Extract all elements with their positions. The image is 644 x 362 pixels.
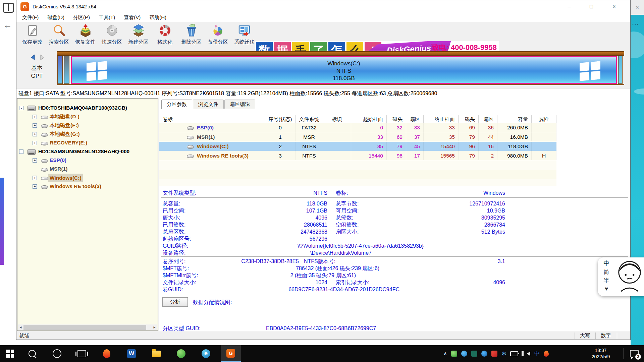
tree-item-windows-c[interactable]: + Windows(C:) xyxy=(17,174,158,182)
table-row-windows-selected[interactable]: Windows(C:) 2 NTFS 35 79 45 15440 96 16 … xyxy=(159,142,556,151)
delete-partition-button[interactable]: 删除分区 xyxy=(178,24,205,45)
menu-disk[interactable]: 磁盘(D) xyxy=(43,13,69,22)
analyze-button[interactable]: 分析 xyxy=(162,297,188,307)
scroll-left-arrow[interactable]: ◂ xyxy=(18,324,23,330)
tree-item-local-g[interactable]: + 本地磁盘(G:) xyxy=(17,130,158,139)
taskbar-app-diskgenius-active[interactable]: G xyxy=(221,345,241,362)
task-view-button[interactable] xyxy=(72,345,92,362)
partition-icon xyxy=(41,177,48,180)
tree-item-label-selected: Windows(C:) xyxy=(48,174,83,182)
search-button[interactable] xyxy=(22,345,42,362)
ime-indicator[interactable]: 中 xyxy=(534,350,540,357)
status-capslock: 大写 xyxy=(577,333,593,339)
tree-item-recovery-e[interactable]: + RECOVERY(E:) xyxy=(17,139,158,147)
more-options-dots[interactable]: ⋯ xyxy=(632,20,639,28)
speaker-icon[interactable] xyxy=(527,351,530,356)
tray-qq-icon[interactable] xyxy=(481,351,487,357)
expander-icon[interactable]: + xyxy=(33,176,37,180)
taskbar-app-explorer[interactable] xyxy=(146,345,166,362)
widget-simplified-button[interactable]: 简 xyxy=(602,268,611,276)
widget-halfwidth-button[interactable]: 半 xyxy=(602,277,611,285)
detail-value: EBD0A0A2-B9E5-4433-87C0-68B6B72699C7 xyxy=(266,325,376,331)
next-disk-arrow[interactable] xyxy=(39,56,46,62)
expander-icon[interactable]: + xyxy=(33,141,37,145)
msr-partition-bar[interactable] xyxy=(64,56,69,84)
back-arrow-icon[interactable]: ← xyxy=(3,20,12,31)
background-window-close[interactable]: × xyxy=(631,0,644,15)
tree-item-local-f[interactable]: + 本地磁盘(F:) xyxy=(17,121,158,130)
taskbar-app-flame[interactable] xyxy=(97,345,117,362)
tray-snowflake-icon[interactable]: ❄ xyxy=(501,350,506,357)
search-partition-button[interactable]: 搜索分区 xyxy=(46,24,72,45)
expander-icon[interactable]: + xyxy=(33,184,37,189)
expander-icon[interactable]: + xyxy=(33,115,37,119)
tab-browse-files[interactable]: 浏览文件 xyxy=(193,100,224,109)
tree-item-hd1[interactable]: - HD1:SAMSUNGMZNLN128HAHQ-000 xyxy=(17,147,158,156)
scroll-right-arrow[interactable]: ▸ xyxy=(152,324,157,330)
tray-expand-chevron[interactable]: ∧ xyxy=(443,351,447,357)
widget-heart-button[interactable]: ♥ xyxy=(602,286,611,294)
cortana-button[interactable] xyxy=(47,345,67,362)
taskbar-app-word[interactable]: W xyxy=(121,345,142,362)
table-row-msr[interactable]: MSR(1) 1 MSR 33 69 37 35 79 44 16.0MB xyxy=(159,132,556,142)
start-button[interactable] xyxy=(0,345,20,362)
tree-item-esp[interactable]: + ESP(0) xyxy=(17,156,158,165)
notification-badge: 2 xyxy=(635,354,641,360)
recover-files-button[interactable]: 恢复文件 xyxy=(72,24,99,45)
table-row-esp[interactable]: ESP(0) 0 FAT32 0 32 33 33 69 36 260.0MB xyxy=(159,123,556,132)
partition-detail-panel: 分区参数 浏览文件 扇区编辑 卷标 序号(状态) 文件系统 标识 起始柱面 磁头… xyxy=(159,98,631,331)
expander-icon[interactable]: + xyxy=(33,132,37,136)
tab-partition-params[interactable]: 分区参数 xyxy=(161,100,192,109)
taskbar-app-browser[interactable] xyxy=(171,345,191,362)
close-button[interactable]: × xyxy=(604,0,624,13)
tree-item-hd0[interactable]: - HD0:TOSHIBAMQ04ABF100(932GB) xyxy=(17,104,158,113)
action-center-button[interactable]: 2 xyxy=(630,350,639,357)
tab-sector-edit[interactable]: 扇区编辑 xyxy=(224,100,255,109)
tree-horizontal-scrollbar[interactable]: ◂ ▸ xyxy=(18,324,157,330)
tray-teal-icon[interactable] xyxy=(471,351,477,357)
taskbar-app-edge[interactable]: e xyxy=(196,345,216,362)
tray-red-icon[interactable] xyxy=(491,351,497,357)
desktop-wallpaper-strip xyxy=(0,178,4,265)
windows-partition-bar[interactable]: Windows(C:) NTFS 118.0GB xyxy=(71,56,617,84)
tray-green-icon[interactable] xyxy=(451,351,457,357)
menu-help[interactable]: 帮助(H) xyxy=(145,13,171,22)
save-changes-button[interactable]: 保存更改 xyxy=(19,24,46,45)
menu-tools[interactable]: 工具(T) xyxy=(94,13,119,22)
quick-partition-button[interactable]: 快速分区 xyxy=(99,24,125,45)
backup-partition-button[interactable]: 备份分区 xyxy=(205,24,231,45)
new-partition-button[interactable]: 新建分区 xyxy=(125,24,152,45)
expander-icon[interactable]: - xyxy=(19,149,23,154)
widget-chinese-button[interactable]: 中 xyxy=(602,259,611,267)
menu-view[interactable]: 查看(V) xyxy=(119,13,145,22)
diskgenius-app-icon: G xyxy=(20,2,29,11)
cell-volume: Windows(C:) xyxy=(159,142,265,151)
tree-item-local-d[interactable]: + 本地磁盘(D:) xyxy=(17,113,158,121)
expander-icon[interactable]: + xyxy=(33,123,37,128)
tree-item-label: HD1:SAMSUNGMZNLN128HAHQ-000 xyxy=(38,147,129,156)
tray-sogou-icon[interactable] xyxy=(544,351,549,357)
esp-partition-bar[interactable] xyxy=(57,56,63,84)
expander-icon[interactable]: - xyxy=(19,106,23,110)
format-button[interactable]: 格式化 xyxy=(152,24,178,45)
tree-item-msr[interactable]: MSR(1) xyxy=(17,165,158,174)
partition-icon xyxy=(41,159,48,163)
maximize-button[interactable]: □ xyxy=(581,0,601,13)
menu-partition[interactable]: 分区(P) xyxy=(69,13,94,22)
prev-disk-arrow[interactable] xyxy=(30,56,37,62)
detail-label: 索引记录大小: xyxy=(336,279,369,286)
re-partition-bar[interactable] xyxy=(618,56,623,84)
word-icon: W xyxy=(127,349,136,358)
tray-blue-icon[interactable] xyxy=(461,351,467,357)
scrollbar-thumb[interactable] xyxy=(23,325,146,330)
system-migrate-button[interactable]: 系统迁移 xyxy=(231,24,258,45)
table-row-windows-re[interactable]: Windows RE tools(3) 3 NTFS 15440 96 17 1… xyxy=(159,151,556,161)
menu-file[interactable]: 文件(F) xyxy=(18,13,43,22)
taskbar: W e G ∧ ❄ 中 18:37 2022/5/9 xyxy=(0,345,644,362)
tree-item-windows-re[interactable]: + Windows RE tools(3) xyxy=(17,182,158,191)
battery-icon[interactable] xyxy=(510,351,518,356)
minimize-button[interactable]: – xyxy=(559,0,579,13)
expander-icon[interactable]: + xyxy=(33,158,37,163)
detail-value: 4096 xyxy=(210,214,327,221)
taskbar-clock[interactable]: 18:37 2022/5/9 xyxy=(582,347,619,360)
